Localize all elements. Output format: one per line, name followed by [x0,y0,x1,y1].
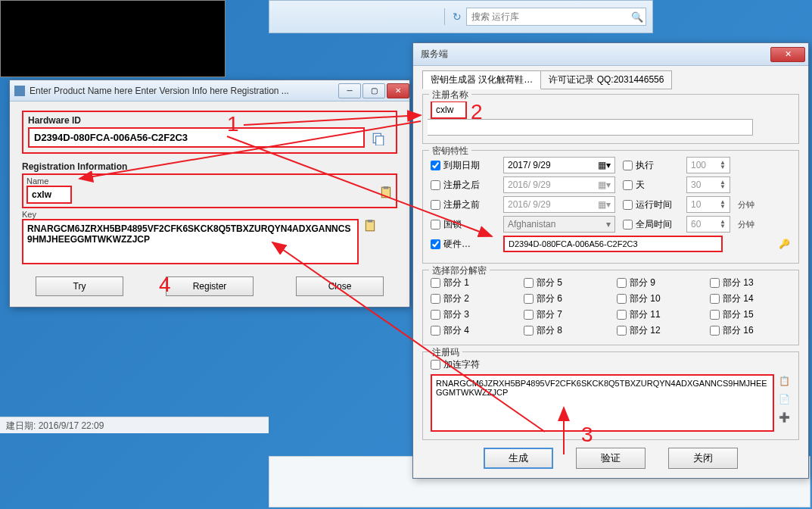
close-button[interactable]: ✕ [387,83,409,98]
runtime-value[interactable]: 10▲▼ [686,196,730,213]
part-checkbox-3[interactable]: 部分 3 [431,308,512,321]
background-panel [0,0,226,77]
runtime-checkbox[interactable] [623,200,633,210]
exec-checkbox[interactable] [623,161,633,170]
part-checkbox-8[interactable]: 部分 8 [524,324,605,337]
copy-icon[interactable] [372,132,385,145]
part-checkbox-9[interactable]: 部分 9 [617,276,698,289]
hwid-input[interactable] [28,127,365,148]
app-icon [14,86,25,96]
days-value[interactable]: 30▲▼ [686,176,730,193]
hwid-srv-input[interactable] [503,236,723,252]
regcode-output[interactable] [431,374,774,432]
part-checkbox-14[interactable]: 部分 14 [710,292,791,305]
globaltime-unit: 分钟 [738,219,754,230]
before-checkbox[interactable] [431,200,440,210]
parts-legend: 选择部分解密 [429,264,490,277]
part-checkbox-11[interactable]: 部分 11 [617,308,698,321]
server-titlebar[interactable]: 服务端 ✕ [413,43,808,66]
paste-key-icon[interactable] [363,219,377,233]
regname-input[interactable] [432,102,465,117]
search-input[interactable] [467,10,629,23]
exec-value[interactable]: 100▲▼ [686,157,730,173]
server-title: 服务端 [421,48,770,61]
close-srv-button[interactable]: 关闭 [668,448,738,469]
hwid-label: Hardware ID [28,115,391,126]
name-input[interactable] [26,186,72,204]
days-checkbox[interactable] [623,180,633,190]
key-label: Key [22,210,397,219]
regcode-fieldset: 注册码 加连字符 📋 📄 ➕ [422,351,799,440]
before-label: 注册之前 [443,198,480,211]
regname-legend: 注册名称 [429,89,471,101]
explorer-toolbar: ↻ 🔍 [269,0,653,33]
part-checkbox-7[interactable]: 部分 7 [524,308,605,321]
expire-date[interactable]: 2017/ 9/29▦▾ [503,157,615,173]
expire-checkbox[interactable] [431,161,440,170]
refresh-icon[interactable]: ↻ [453,11,462,23]
lock-checkbox[interactable] [431,220,440,230]
reginfo-label: Registration Information [22,161,397,172]
close-dialog-button[interactable]: Close [296,276,384,296]
svg-rect-3 [384,186,389,189]
tab-license[interactable]: 许可证记录 QQ:2031446556 [540,70,672,89]
copy-regcode-icon[interactable]: 📋 [777,374,791,388]
status-bar: 建日期: 2016/9/17 22:09 [0,417,269,433]
globaltime-value[interactable]: 60▲▼ [686,216,730,233]
part-checkbox-15[interactable]: 部分 15 [710,308,791,321]
status-created-label: 建日期: [6,420,36,431]
keyprops-legend: 密钥特性 [429,145,471,158]
part-checkbox-13[interactable]: 部分 13 [710,276,791,289]
after-date[interactable]: 2016/ 9/29▦▾ [503,176,615,193]
tab-keygen[interactable]: 密钥生成器 汉化觥荷鞋… [422,70,541,89]
days-label: 天 [636,179,645,192]
verify-button[interactable]: 验证 [576,448,646,469]
add-regcode-icon[interactable]: ➕ [777,411,791,424]
regcode-legend: 注册码 [429,346,462,359]
try-button[interactable]: Try [36,276,123,296]
part-checkbox-16[interactable]: 部分 16 [710,324,791,337]
key-input[interactable] [22,219,359,264]
registration-title: Enter Product Name here Enter Version In… [30,86,337,96]
search-box[interactable]: 🔍 [466,8,646,26]
search-icon[interactable]: 🔍 [629,11,646,23]
registration-dialog: Enter Product Name here Enter Version In… [9,80,410,308]
addconn-checkbox[interactable] [431,360,440,370]
register-button[interactable]: Register [166,276,254,296]
server-dialog: 服务端 ✕ 密钥生成器 汉化觥荷鞋… 许可证记录 QQ:2031446556 注… [412,42,809,479]
name-label: Name [26,176,393,186]
part-checkbox-2[interactable]: 部分 2 [431,292,512,305]
hwid-checkbox[interactable] [431,239,440,249]
expire-label: 到期日期 [443,159,480,172]
maximize-button[interactable]: ▢ [362,83,385,98]
generate-button[interactable]: 生成 [484,448,553,469]
paste-icon[interactable] [379,186,393,199]
runtime-label: 运行时间 [636,198,672,211]
server-close-button[interactable]: ✕ [770,47,805,62]
part-checkbox-5[interactable]: 部分 5 [524,276,605,289]
keyprops-fieldset: 密钥特性 到期日期 2017/ 9/29▦▾ 执行 100▲▼ 注册之后 201… [422,150,799,264]
runtime-unit: 分钟 [738,199,754,211]
part-checkbox-10[interactable]: 部分 10 [617,292,698,305]
exec-label: 执行 [636,159,654,172]
part-checkbox-1[interactable]: 部分 1 [431,276,512,289]
regname-fieldset: 注册名称 [422,94,799,144]
part-checkbox-12[interactable]: 部分 12 [617,324,698,337]
part-checkbox-6[interactable]: 部分 6 [524,292,605,305]
registration-titlebar[interactable]: Enter Product Name here Enter Version In… [10,80,409,101]
minimize-button[interactable]: ─ [338,83,361,98]
svg-rect-1 [376,136,384,145]
status-created-value: 2016/9/17 22:09 [39,420,104,431]
before-date[interactable]: 2016/ 9/29▦▾ [503,196,615,213]
regname-input-rest[interactable] [428,119,753,136]
addconn-label: 加连字符 [443,358,480,371]
hwid-tool-icon[interactable]: 🔑 [777,237,791,251]
globaltime-checkbox[interactable] [623,220,633,230]
export-regcode-icon[interactable]: 📄 [777,392,791,406]
svg-rect-5 [368,220,373,222]
after-checkbox[interactable] [431,180,440,190]
after-label: 注册之后 [443,179,480,192]
part-checkbox-4[interactable]: 部分 4 [431,324,512,337]
hwid-srv-label: 硬件… [443,238,471,251]
lock-combo[interactable]: Afghanistan▾ [503,216,615,233]
